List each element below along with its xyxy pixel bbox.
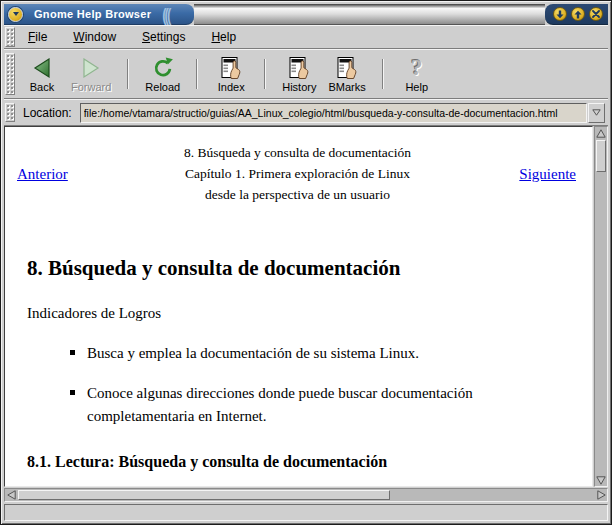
- scroll-down-button[interactable]: [595, 474, 607, 486]
- nav-title-line3: desde la perspectiva de un usuario: [109, 185, 486, 206]
- index-button[interactable]: Index: [208, 52, 254, 96]
- horizontal-scroll-thumb[interactable]: [18, 490, 390, 500]
- horizontal-scrollbar[interactable]: [4, 488, 608, 502]
- list-item: Busca y emplea la documentación de su si…: [83, 342, 578, 365]
- reload-label: Reload: [145, 81, 180, 93]
- nav-title-line1: 8. Búsqueda y consulta de documentación: [109, 143, 486, 164]
- menu-settings[interactable]: Settings: [133, 27, 194, 47]
- achievement-list: Busca y emplea la documentación de su si…: [17, 342, 578, 429]
- help-button[interactable]: ? Help: [394, 52, 440, 96]
- left-arrow-icon: [7, 490, 16, 500]
- intro-text: Indicadores de Logros: [27, 305, 578, 322]
- doc-nav-title: 8. Búsqueda y consulta de documentación …: [109, 143, 486, 206]
- window-menu-button[interactable]: [8, 7, 23, 22]
- titlebar-gradient: [194, 4, 545, 25]
- reload-arrows-icon: [152, 55, 174, 80]
- chevron-down-icon: [592, 109, 601, 116]
- location-input[interactable]: [80, 103, 587, 123]
- page-title: 8. Búsqueda y consulta de documentación: [27, 256, 578, 281]
- toolbar-separator: [127, 59, 129, 89]
- vertical-scrollbar[interactable]: [594, 126, 608, 487]
- menubar-drag-handle[interactable]: [5, 27, 15, 47]
- document-hand-icon: [219, 55, 243, 80]
- gnome-help-browser-window: Gnome Help Browser ((( File Window Setti…: [0, 0, 612, 525]
- menu-window[interactable]: Window: [64, 27, 125, 47]
- menubar: File Window Settings Help: [4, 25, 608, 49]
- scroll-left-button[interactable]: [5, 489, 17, 501]
- back-button[interactable]: Back: [19, 52, 65, 96]
- horizontal-scroll-track[interactable]: [391, 489, 595, 501]
- main-area: Anterior 8. Búsqueda y consulta de docum…: [4, 126, 608, 487]
- forward-arrow-icon: [79, 55, 103, 80]
- maximize-button[interactable]: [571, 7, 585, 21]
- section-subheading: 8.1. Lectura: Búsqueda y consulta de doc…: [27, 453, 578, 471]
- location-dropdown-button[interactable]: [588, 103, 605, 123]
- location-label: Location:: [19, 106, 80, 120]
- document-hand-icon: [335, 55, 359, 80]
- back-label: Back: [30, 81, 54, 93]
- document-viewport: Anterior 8. Búsqueda y consulta de docum…: [4, 126, 593, 487]
- menu-file[interactable]: File: [19, 27, 56, 47]
- scroll-up-button[interactable]: [595, 127, 607, 139]
- toolbar-separator: [382, 59, 384, 89]
- titlebar-stripes-decoration: (((: [162, 4, 175, 25]
- right-arrow-icon: [597, 490, 606, 500]
- toolbar-separator: [196, 59, 198, 89]
- bookmarks-button[interactable]: BMarks: [322, 52, 371, 96]
- history-label: History: [282, 81, 316, 93]
- document-hand-icon: [287, 55, 311, 80]
- vertical-scroll-thumb[interactable]: [596, 140, 606, 172]
- scroll-right-button[interactable]: [595, 489, 607, 501]
- reload-button[interactable]: Reload: [139, 52, 186, 96]
- next-link-cell: Siguiente: [486, 166, 578, 183]
- prev-link-cell: Anterior: [17, 166, 109, 183]
- titlebar-left: Gnome Help Browser (((: [4, 4, 194, 25]
- toolbar-drag-handle[interactable]: [5, 53, 15, 95]
- down-arrow-icon: [556, 10, 564, 19]
- prev-link[interactable]: Anterior: [17, 166, 68, 182]
- next-link[interactable]: Siguiente: [519, 166, 576, 182]
- question-mark-icon: ?: [411, 55, 423, 80]
- status-bar: [4, 504, 608, 521]
- down-arrow-icon: [13, 12, 19, 16]
- up-arrow-icon: [574, 10, 582, 19]
- history-button[interactable]: History: [276, 52, 322, 96]
- titlebar[interactable]: Gnome Help Browser (((: [4, 4, 608, 25]
- forward-label: Forward: [71, 81, 111, 93]
- list-item: Conoce algunas direcciones donde puede b…: [83, 382, 578, 429]
- back-arrow-icon: [30, 55, 54, 80]
- minimize-button[interactable]: [553, 7, 567, 21]
- close-x-icon: [592, 10, 600, 18]
- locationbar-drag-handle[interactable]: [5, 103, 15, 122]
- toolbar-separator: [264, 59, 266, 89]
- bookmarks-label: BMarks: [328, 81, 365, 93]
- doc-nav-header: Anterior 8. Búsqueda y consulta de docum…: [17, 143, 578, 206]
- index-label: Index: [218, 81, 245, 93]
- forward-button[interactable]: Forward: [65, 52, 117, 96]
- nav-title-line2: Capítulo 1. Primera exploración de Linux: [109, 164, 486, 185]
- up-arrow-icon: [596, 129, 606, 138]
- menu-help[interactable]: Help: [202, 27, 245, 47]
- titlebar-buttons: [545, 4, 608, 25]
- down-arrow-icon: [596, 476, 606, 485]
- window-title: Gnome Help Browser: [28, 8, 157, 20]
- help-label: Help: [405, 81, 428, 93]
- location-bar: Location:: [4, 99, 608, 126]
- vertical-scroll-track[interactable]: [595, 173, 607, 474]
- toolbar: Back Forward Reload Index: [4, 49, 608, 99]
- close-button[interactable]: [589, 7, 603, 21]
